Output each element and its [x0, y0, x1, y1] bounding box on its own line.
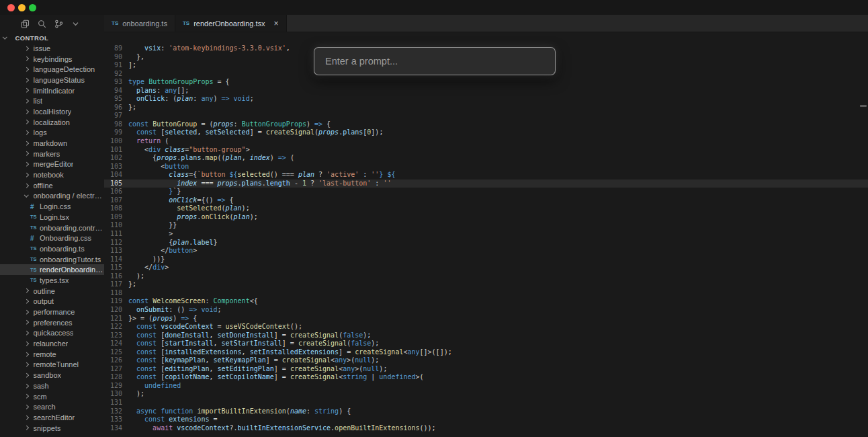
code-line-117[interactable]: 117}; [104, 280, 868, 289]
code-line-108[interactable]: 108 setSelected(plan); [104, 204, 868, 213]
chevron-down-icon[interactable] [71, 19, 80, 28]
sidebar-item-languagedetection[interactable]: languageDetection [0, 64, 104, 75]
code-line-128[interactable]: 128 const [copilotName, setCopilotName] … [104, 373, 868, 382]
tab-onboarding.ts[interactable]: TSonboarding.ts [104, 15, 175, 32]
code-line-101[interactable]: 101 <div class="button-group"> [104, 146, 868, 155]
code-line-95[interactable]: 95 onClick: (plan: any) => void; [104, 95, 868, 104]
sidebar-item-languagestatus[interactable]: languageStatus [0, 75, 104, 85]
sidebar-item-markers[interactable]: markers [0, 149, 104, 159]
line-number: 123 [104, 331, 122, 340]
sidebar-item-performance[interactable]: performance [0, 307, 104, 317]
code-line-98[interactable]: 98const ButtonGroup = (props: ButtonGrou… [104, 120, 868, 129]
sidebar-item-offline[interactable]: offline [0, 180, 104, 191]
code-text: <div class="button-group"> [128, 146, 250, 155]
sidebar-item-types.tsx[interactable]: TStypes.tsx [0, 275, 104, 286]
sidebar-item-outline[interactable]: outline [0, 286, 104, 296]
code-line-114[interactable]: 114 ))} [104, 255, 868, 264]
tab-renderonboarding.tsx[interactable]: TSrenderOnboarding.tsx× [175, 15, 287, 32]
code-line-118[interactable]: 118 [104, 289, 868, 298]
code-line-96[interactable]: 96}; [104, 104, 868, 112]
code-line-109[interactable]: 109 props.onClick(plan); [104, 213, 868, 222]
code-line-94[interactable]: 94 plans: any[]; [104, 87, 868, 95]
code-text: ); [128, 272, 144, 281]
ts-file-icon: TS [30, 267, 40, 273]
code-line-130[interactable]: 130 ); [104, 390, 868, 399]
minimize-window-button[interactable] [18, 4, 26, 11]
code-editor[interactable]: 89 vsix: 'atom-keybindings-3.3.0.vsix',9… [104, 32, 868, 437]
sidebar-item-onboarding.css[interactable]: #Onboarding.css [0, 233, 104, 243]
sidebar-item-search[interactable]: search [0, 401, 104, 412]
code-line-127[interactable]: 127 const [editingPlan, setEditingPlan] … [104, 365, 868, 374]
code-line-106[interactable]: 106 }`} [104, 188, 868, 196]
sidebar-item-login.tsx[interactable]: TSLogin.tsx [0, 212, 104, 223]
sidebar-item-quickaccess[interactable]: quickaccess [0, 328, 104, 339]
sidebar-item-scm[interactable]: scm [0, 391, 104, 402]
close-window-button[interactable] [7, 4, 15, 11]
sidebar-item-renderonboarding.tsx[interactable]: TSrenderOnboarding.tsx [0, 264, 104, 275]
code-line-102[interactable]: 102 {props.plans.map((plan, index) => ( [104, 154, 868, 163]
sidebar-item-onboarding.ts[interactable]: TSonboarding.ts [0, 243, 104, 254]
sidebar-item-logs[interactable]: logs [0, 128, 104, 138]
prompt-input[interactable] [314, 56, 555, 67]
code-line-99[interactable]: 99 const [selected, setSelected] = creat… [104, 128, 868, 137]
copy-icon[interactable] [21, 19, 30, 28]
code-line-124[interactable]: 124 const [startInstall, setStartInstall… [104, 340, 868, 348]
code-line-132[interactable]: 132 async function importBuiltInExtensio… [104, 407, 868, 416]
code-line-134[interactable]: 134 await vscodeContext?.builtInExtensio… [104, 424, 868, 433]
file-label: relauncher [34, 340, 69, 348]
code-line-104[interactable]: 104 class={`button ${selected() === plan… [104, 171, 868, 180]
code-line-103[interactable]: 103 <button [104, 163, 868, 171]
sidebar-item-issue[interactable]: issue [0, 43, 104, 54]
sidebar-item-keybindings[interactable]: keybindings [0, 54, 104, 65]
code-line-112[interactable]: 112 {plan.label} [104, 239, 868, 247]
code-line-122[interactable]: 122 const vscodeContext = useVSCodeConte… [104, 323, 868, 331]
code-line-100[interactable]: 100 return ( [104, 137, 868, 146]
code-line-105[interactable]: 105 index === props.plans.length - 1 ? '… [104, 180, 868, 188]
sidebar-item-mergeeditor[interactable]: mergeEditor [0, 159, 104, 170]
explorer-section-header[interactable]: CONTROL [0, 32, 104, 43]
code-line-123[interactable]: 123 const [doneInstall, setDoneInstall] … [104, 331, 868, 340]
sidebar-item-snippets[interactable]: snippets [0, 423, 104, 434]
code-line-126[interactable]: 126 const [keymapPlan, setKeymapPlan] = … [104, 356, 868, 365]
code-line-113[interactable]: 113 </button> [104, 247, 868, 255]
code-text: vsix: 'atom-keybindings-3.3.0.vsix', [128, 44, 290, 53]
sidebar-item-sandbox[interactable]: sandbox [0, 370, 104, 381]
sidebar-item-output[interactable]: output [0, 296, 104, 307]
code-line-111[interactable]: 111 > [104, 230, 868, 239]
code-line-119[interactable]: 119const WelcomeScreen: Component<{ [104, 297, 868, 306]
sidebar-item-sash[interactable]: sash [0, 381, 104, 391]
code-line-107[interactable]: 107 onClick={() => { [104, 196, 868, 205]
file-label: list [34, 97, 42, 105]
sidebar-item-remote[interactable]: remote [0, 349, 104, 360]
code-line-115[interactable]: 115 </div> [104, 264, 868, 272]
line-number: 112 [104, 239, 122, 247]
sidebar-item-notebook[interactable]: notebook [0, 169, 104, 180]
code-line-121[interactable]: 121}> = (props) => { [104, 315, 868, 323]
code-line-110[interactable]: 110 }} [104, 221, 868, 230]
sidebar-item-searcheditor[interactable]: searchEditor [0, 412, 104, 423]
code-line-133[interactable]: 133 const extensions = [104, 415, 868, 424]
sidebar-item-markdown[interactable]: markdown [0, 138, 104, 149]
code-line-116[interactable]: 116 ); [104, 272, 868, 281]
sidebar-item-onboarding.contribu[interactable]: TSonboarding.contribu… [0, 223, 104, 233]
code-line-125[interactable]: 125 const [installedExtensions, setInsta… [104, 348, 868, 357]
sidebar-item-preferences[interactable]: preferences [0, 317, 104, 328]
code-line-93[interactable]: 93type ButtonGroupProps = { [104, 78, 868, 87]
sidebar-item-onboardingtutor.ts[interactable]: TSonboardingTutor.ts [0, 254, 104, 265]
search-icon[interactable] [38, 19, 46, 28]
sidebar-item-localization[interactable]: localization [0, 117, 104, 128]
sidebar-item-limitindicator[interactable]: limitIndicator [0, 85, 104, 96]
sidebar-item-login.css[interactable]: #Login.css [0, 201, 104, 212]
sidebar-item-relauncher[interactable]: relauncher [0, 338, 104, 349]
sidebar-item-list[interactable]: list [0, 95, 104, 106]
code-line-131[interactable]: 131 [104, 399, 868, 407]
code-line-129[interactable]: 129 undefined [104, 382, 868, 391]
sidebar-item-onboarding-electron[interactable]: onboarding / electron-… [0, 191, 104, 202]
close-tab-icon[interactable]: × [274, 19, 279, 28]
zoom-window-button[interactable] [29, 4, 36, 11]
sidebar-item-localhistory[interactable]: localHistory [0, 106, 104, 117]
code-line-97[interactable]: 97 [104, 112, 868, 120]
source-control-icon[interactable] [54, 19, 63, 28]
code-line-120[interactable]: 120 onSubmit: () => void; [104, 306, 868, 315]
sidebar-item-remotetunnel[interactable]: remoteTunnel [0, 360, 104, 370]
